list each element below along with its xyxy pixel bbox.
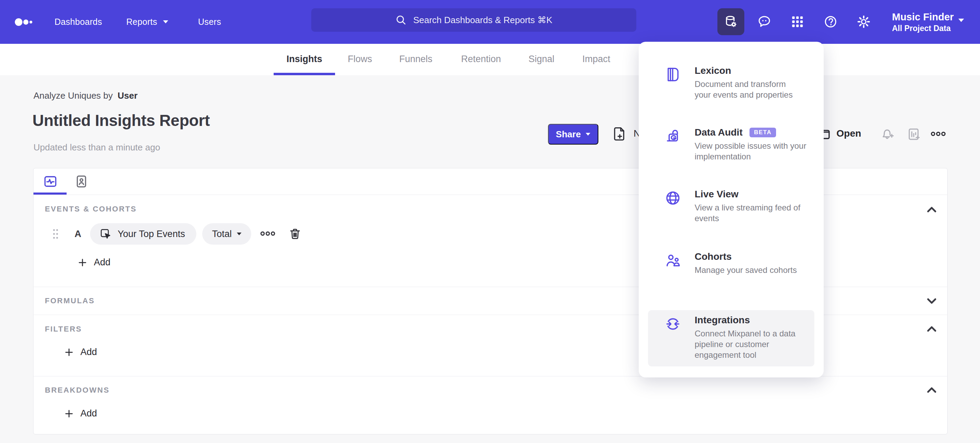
integrations-sync-icon [664, 315, 681, 333]
help-button[interactable] [822, 8, 839, 35]
chevron-down-icon [163, 21, 169, 24]
chevron-up-icon [924, 202, 940, 218]
search-icon [395, 14, 407, 26]
chevron-down-icon [237, 233, 242, 236]
collapse-filters-button[interactable] [924, 321, 940, 337]
more-options-button[interactable] [930, 131, 946, 137]
metric-label: Total [212, 229, 232, 240]
menu-item-text: Live View View a live streaming feed of … [695, 188, 800, 224]
mixpanel-logo-icon [14, 14, 35, 30]
feedback-button[interactable] [756, 8, 773, 35]
tab-insights[interactable]: Insights [286, 44, 322, 74]
search-input[interactable]: Search Dashboards & Reports ⌘K [311, 8, 636, 32]
event-selector[interactable]: Your Top Events [90, 223, 196, 245]
add-to-board-button[interactable] [907, 127, 921, 141]
add-breakdown-button[interactable]: Add [64, 408, 97, 419]
menu-item-title: Data Audit BETA [695, 126, 807, 139]
nav-reports[interactable]: Reports [126, 0, 169, 44]
drag-dots-icon [51, 228, 60, 240]
add-filter-button[interactable]: Add [64, 347, 97, 357]
collapse-events-button[interactable] [924, 202, 940, 218]
menu-item-title: Cohorts [695, 251, 797, 263]
add-label: Add [80, 408, 97, 419]
chevron-down-icon [924, 293, 940, 309]
menu-item-data-audit[interactable]: Data Audit BETA View possible issues wit… [664, 126, 807, 162]
tab-impact[interactable]: Impact [582, 44, 610, 74]
chat-bubble-icon [757, 14, 772, 29]
report-title[interactable]: Untitled Insights Report [32, 111, 210, 130]
menu-item-text: Lexicon Document and transform your even… [695, 65, 792, 100]
gear-icon [856, 14, 871, 29]
project-selector[interactable]: Music Finder All Project Data [892, 0, 966, 44]
insights-pulse-icon [43, 174, 58, 189]
menu-item-desc: Connect Mixpanel to a data pipeline or c… [695, 328, 795, 360]
menu-item-live-view[interactable]: Live View View a live streaming feed of … [664, 188, 800, 224]
select-event-icon [99, 227, 112, 240]
data-management-button[interactable] [718, 8, 744, 35]
chevron-down-icon [958, 19, 964, 22]
chevron-up-icon [924, 382, 940, 398]
drag-handle[interactable] [51, 228, 60, 241]
tab-funnels[interactable]: Funnels [399, 44, 433, 74]
mixpanel-logo[interactable] [14, 14, 35, 30]
analyze-entity-selector[interactable]: User [118, 91, 138, 101]
book-icon [664, 66, 681, 83]
menu-item-text: Integrations Connect Mixpanel to a data … [695, 314, 795, 367]
analyze-line: Analyze Uniques by User [33, 91, 138, 101]
bell-plus-icon [881, 127, 895, 141]
nav-reports-label: Reports [126, 17, 158, 27]
nav-users[interactable]: Users [198, 0, 221, 44]
settings-button[interactable] [855, 8, 872, 35]
mixpanel-app: Dashboards Reports Users Search Dashboar… [0, 0, 980, 443]
data-management-menu: Lexicon Document and transform your even… [639, 42, 824, 378]
tab-flows[interactable]: Flows [348, 44, 372, 74]
event-row-more-button[interactable] [260, 231, 276, 237]
analyze-prefix: Analyze Uniques by [33, 91, 113, 101]
menu-item-title: Lexicon [695, 65, 792, 77]
add-label: Add [80, 347, 97, 357]
menu-item-text: Cohorts Manage your saved cohorts [695, 251, 797, 275]
project-name: Music Finder [892, 12, 966, 22]
menu-item-lexicon[interactable]: Lexicon Document and transform your even… [664, 65, 792, 100]
delete-event-button[interactable] [288, 227, 302, 241]
menu-item-title: Integrations [695, 314, 795, 326]
menu-item-title: Live View [695, 188, 800, 200]
apps-grid-button[interactable] [789, 8, 806, 35]
top-nav: Dashboards Reports Users Search Dashboar… [0, 0, 980, 44]
chevron-up-icon [924, 321, 940, 337]
menu-item-text: Data Audit BETA View possible issues wit… [695, 126, 807, 162]
events-view-tab[interactable] [43, 174, 58, 189]
metric-selector[interactable]: Total [202, 223, 251, 245]
menu-item-desc: View possible issues with your implement… [695, 140, 807, 162]
tab-retention[interactable]: Retention [461, 44, 501, 74]
report-tabbar: Insights Flows Funnels Retention Signal … [0, 44, 980, 75]
event-name: Your Top Events [118, 229, 185, 240]
cohorts-people-icon [664, 252, 681, 269]
nav-dashboards[interactable]: Dashboards [54, 0, 102, 44]
updated-status: Updated less than a minute ago [33, 142, 160, 153]
chart-plus-icon [907, 127, 921, 141]
globe-icon [664, 189, 681, 206]
question-circle-icon [823, 14, 838, 29]
events-section-label: EVENTS & COHORTS [45, 205, 137, 214]
share-button[interactable]: Share [548, 124, 598, 144]
profile-card-icon [74, 174, 89, 189]
profiles-view-tab[interactable] [74, 174, 89, 189]
menu-item-cohorts[interactable]: Cohorts Manage your saved cohorts [664, 251, 797, 275]
add-event-button[interactable]: Add [77, 257, 110, 268]
collapse-breakdowns-button[interactable] [924, 382, 940, 398]
search-placeholder: Search Dashboards & Reports ⌘K [413, 15, 552, 25]
plus-icon [64, 408, 74, 419]
open-label: Open [837, 128, 861, 139]
lock-audit-icon [664, 128, 681, 145]
share-label: Share [556, 129, 581, 140]
add-label: Add [94, 257, 110, 268]
trash-icon [288, 227, 302, 241]
menu-item-integrations[interactable]: Integrations Connect Mixpanel to a data … [648, 310, 815, 367]
database-gear-icon [724, 14, 738, 29]
grid-icon [790, 14, 805, 29]
project-scope: All Project Data [892, 24, 966, 32]
alert-bell-button[interactable] [881, 127, 895, 141]
tab-signal[interactable]: Signal [528, 44, 554, 74]
expand-formulas-button[interactable] [924, 293, 940, 309]
